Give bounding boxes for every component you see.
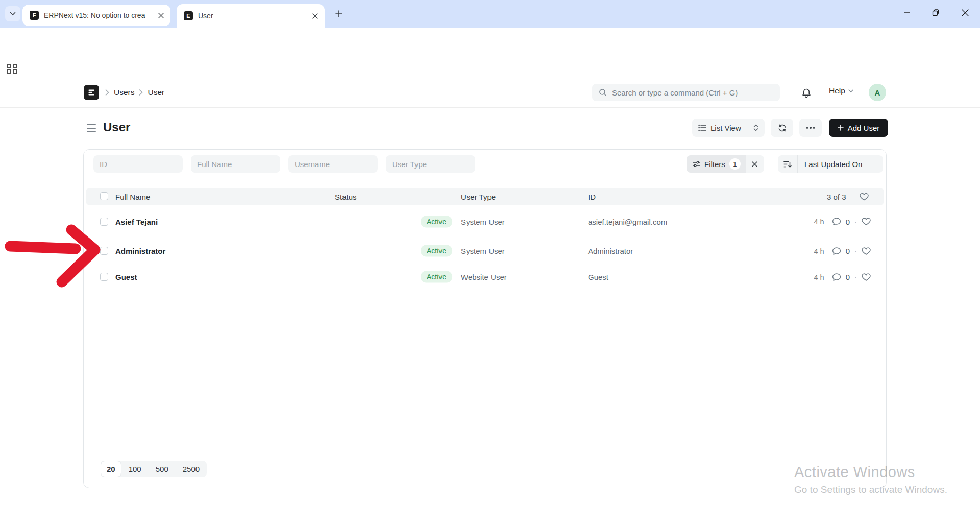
- erpnext-logo[interactable]: [84, 85, 99, 100]
- breadcrumb-user[interactable]: User: [148, 88, 164, 97]
- sidebar-toggle-icon[interactable]: [87, 124, 98, 132]
- refresh-icon: [778, 124, 787, 132]
- breadcrumb-users[interactable]: Users: [114, 88, 134, 97]
- add-user-button[interactable]: Add User: [829, 119, 888, 137]
- tab-strip: F ERPNext v15: No option to crea E User: [0, 0, 980, 28]
- page-size-selector: 20 100 500 2500: [101, 461, 207, 477]
- page-size-100[interactable]: 100: [121, 461, 149, 477]
- page-size-500[interactable]: 500: [149, 461, 176, 477]
- user-id-value: Administrator: [588, 247, 633, 255]
- dot-separator: ·: [854, 247, 857, 255]
- table-row[interactable]: Asief Tejani Active System User asief.te…: [86, 205, 884, 238]
- status-badge: Active: [421, 216, 452, 227]
- list-view-icon: [698, 124, 706, 131]
- sort-selector[interactable]: Last Updated On: [778, 155, 883, 173]
- refresh-button[interactable]: [771, 119, 793, 137]
- help-label: Help: [829, 86, 845, 96]
- row-checkbox[interactable]: [100, 247, 108, 255]
- bookmark-bar: [0, 61, 980, 77]
- chevron-down-icon: [10, 12, 16, 16]
- close-icon[interactable]: [309, 10, 321, 21]
- result-count: 3 of 3: [827, 193, 846, 201]
- tab-title: User: [198, 12, 305, 20]
- row-checkbox[interactable]: [100, 218, 108, 226]
- more-options-button[interactable]: [799, 119, 822, 137]
- new-tab-button[interactable]: [332, 7, 346, 21]
- like-heart-icon[interactable]: [862, 218, 871, 226]
- tab-title: ERPNext v15: No option to crea: [44, 11, 151, 19]
- row-checkbox[interactable]: [100, 273, 108, 281]
- comment-icon[interactable]: [832, 273, 841, 281]
- filters-label: Filters: [704, 160, 725, 169]
- add-user-label: Add User: [848, 124, 880, 132]
- dot-separator: ·: [854, 273, 857, 281]
- page-size-2500[interactable]: 2500: [176, 461, 207, 477]
- paging-divider: [84, 455, 886, 455]
- comment-count[interactable]: 0: [846, 247, 850, 255]
- user-type-value: Website User: [461, 273, 507, 281]
- table-row[interactable]: Guest Active Website User Guest 4 h 0 ·: [86, 264, 884, 290]
- window-close-button[interactable]: [955, 3, 975, 22]
- comment-icon[interactable]: [832, 247, 841, 255]
- global-search[interactable]: [592, 84, 780, 101]
- header-status: Status: [335, 193, 357, 201]
- header-user-type: User Type: [461, 193, 496, 201]
- user-name-link[interactable]: Asief Tejani: [115, 217, 158, 226]
- close-icon: [962, 9, 969, 16]
- last-modified: 4 h: [814, 218, 824, 226]
- ellipsis-icon: [806, 127, 815, 129]
- page-size-20[interactable]: 20: [101, 461, 121, 477]
- close-icon: [752, 161, 757, 167]
- comment-count[interactable]: 0: [846, 273, 850, 281]
- filter-icon: [693, 161, 700, 167]
- chevron-right-icon: [105, 89, 109, 96]
- window-restore-button[interactable]: [925, 3, 946, 22]
- like-heart-icon[interactable]: [862, 247, 871, 255]
- comment-count[interactable]: 0: [846, 217, 850, 226]
- browser-tab-user[interactable]: E User: [177, 4, 325, 28]
- filter-fullname-input[interactable]: [191, 155, 280, 173]
- status-badge: Active: [421, 271, 452, 283]
- list-view-selector[interactable]: List View: [692, 119, 765, 137]
- global-search-input[interactable]: [612, 88, 765, 97]
- user-type-value: System User: [461, 217, 505, 226]
- erpnext-favicon: E: [184, 11, 193, 20]
- user-name-link[interactable]: Administrator: [115, 247, 165, 255]
- like-heart-icon[interactable]: [862, 273, 871, 281]
- apps-grid-icon[interactable]: [7, 64, 18, 75]
- last-modified: 4 h: [814, 273, 824, 281]
- tab-search-button[interactable]: [5, 6, 20, 21]
- chevron-down-icon: [848, 89, 853, 93]
- restore-icon: [932, 9, 939, 16]
- user-id-value: Guest: [588, 273, 608, 281]
- like-filter-heart-icon[interactable]: [860, 193, 869, 201]
- frappe-favicon: F: [30, 11, 39, 20]
- table-header-row: Full Name Status User Type ID 3 of 3: [86, 188, 884, 205]
- browser-tab-erpnext-forum[interactable]: F ERPNext v15: No option to crea: [22, 5, 170, 26]
- window-minimize-button[interactable]: [897, 3, 917, 22]
- page-title: User: [103, 120, 130, 134]
- minimize-icon: [903, 9, 911, 16]
- app-navbar: Users User Help A: [0, 77, 980, 108]
- table-row[interactable]: Administrator Active System User Adminis…: [86, 238, 884, 264]
- sort-descending-icon: [778, 160, 797, 168]
- chevron-updown-icon: [753, 124, 758, 131]
- clear-filters-button[interactable]: [746, 155, 764, 173]
- close-icon[interactable]: [155, 10, 166, 21]
- comment-icon[interactable]: [832, 218, 841, 226]
- select-all-checkbox[interactable]: [100, 192, 108, 200]
- help-menu[interactable]: Help: [829, 86, 853, 96]
- filter-username-input[interactable]: [288, 155, 378, 173]
- chevron-right-icon: [139, 89, 143, 96]
- notifications-bell-icon[interactable]: [799, 86, 814, 100]
- user-avatar[interactable]: A: [869, 84, 886, 101]
- header-id: ID: [588, 193, 596, 201]
- filters-button[interactable]: Filters 1: [687, 155, 746, 173]
- filter-usertype-input[interactable]: [386, 155, 475, 173]
- user-name-link[interactable]: Guest: [115, 273, 137, 281]
- filter-id-input[interactable]: [93, 155, 183, 173]
- navbar-divider: [820, 86, 820, 99]
- dot-separator: ·: [854, 217, 857, 226]
- filters-count-badge: 1: [729, 158, 741, 170]
- last-modified: 4 h: [814, 247, 824, 255]
